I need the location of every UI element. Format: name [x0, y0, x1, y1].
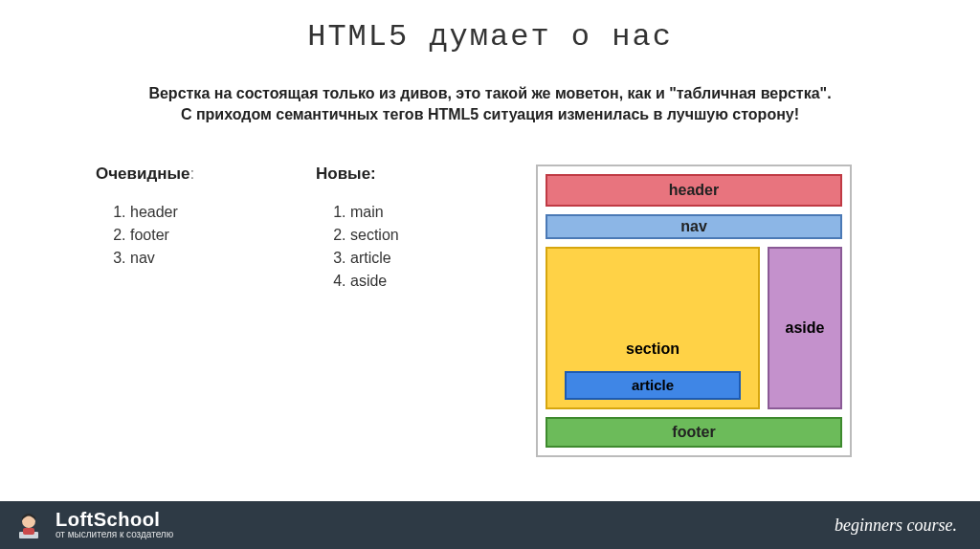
diagram-footer-box: footer	[546, 417, 842, 448]
obvious-column: Очевидные: header footer nav	[96, 165, 316, 270]
diagram-section-label: section	[626, 340, 679, 358]
obvious-colon: :	[189, 165, 194, 183]
diagram-section-box: section article	[546, 247, 760, 409]
svg-rect-2	[23, 528, 34, 535]
list-item: footer	[130, 224, 316, 247]
new-heading: Новые:	[316, 165, 536, 184]
obvious-heading: Очевидные:	[96, 165, 316, 184]
brand-tagline: от мыслителя к создателю	[56, 530, 173, 540]
list-item: aside	[350, 270, 536, 293]
diagram-article-box: article	[565, 371, 741, 400]
obvious-heading-text: Очевидные	[96, 165, 189, 183]
obvious-list: header footer nav	[130, 201, 316, 270]
diagram-aside-box: aside	[768, 247, 842, 409]
avatar-icon	[13, 510, 44, 540]
slide-subtitle: Верстка на состоящая только из дивов, эт…	[0, 83, 980, 126]
list-item: section	[350, 224, 536, 247]
subtitle-line2: С приходом семантичных тегов HTML5 ситуа…	[181, 106, 799, 122]
diagram-middle-row: section article aside	[546, 247, 842, 409]
brand-name: LoftSchool	[56, 510, 173, 530]
slide-title: HTML5 думает о нас	[0, 0, 980, 55]
list-item: article	[350, 247, 536, 270]
subtitle-line1: Верстка на состоящая только из дивов, эт…	[148, 85, 831, 101]
course-label: beginners course.	[835, 516, 957, 536]
content-row: Очевидные: header footer nav Новые: main…	[0, 165, 980, 457]
diagram-nav-box: nav	[546, 214, 842, 239]
new-column: Новые: main section article aside	[316, 165, 536, 293]
list-item: main	[350, 201, 536, 224]
brand-block: LoftSchool от мыслителя к создателю	[56, 510, 173, 540]
list-item: header	[130, 201, 316, 224]
diagram-header-box: header	[546, 174, 842, 207]
new-list: main section article aside	[350, 201, 536, 293]
list-item: nav	[130, 247, 316, 270]
footer-bar: LoftSchool от мыслителя к создателю begi…	[0, 501, 980, 549]
layout-diagram: header nav section article aside footer	[536, 165, 852, 457]
